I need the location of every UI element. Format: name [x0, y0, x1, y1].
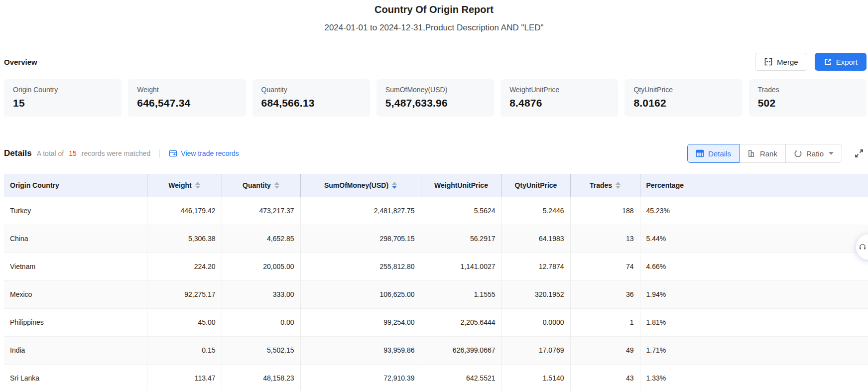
cell-trades: 36: [570, 280, 640, 308]
card-weight: Weight 646,547.34: [128, 79, 246, 117]
col-header-sum-of-money[interactable]: SumOfMoney(USD): [300, 174, 421, 197]
tab-ratio-label: Ratio: [806, 149, 824, 158]
ratio-icon: [794, 149, 802, 158]
cell-sum: 72,910.39: [300, 364, 421, 391]
card-value: 502: [758, 97, 858, 109]
details-summary: Details A total of 15 records were match…: [4, 148, 239, 158]
card-label: Origin Country: [13, 86, 113, 94]
card-value: 15: [13, 97, 113, 109]
cell-qty-unit-price: 64.1983: [501, 225, 570, 253]
col-label: Origin Country: [10, 181, 59, 189]
cell-quantity: 20,005.00: [222, 253, 300, 280]
overview-cards: Origin Country 15 Weight 646,547.34 Quan…: [4, 79, 868, 117]
card-value: 8.0162: [633, 97, 733, 109]
chevron-down-icon: [829, 152, 834, 155]
cell-weight: 446,179.42: [147, 197, 222, 225]
table-header-row: Origin Country Weight Quantity SumOfMone…: [4, 174, 868, 197]
trade-records-icon: [169, 150, 177, 157]
cell-weight: 224.20: [147, 253, 222, 280]
cell-country: China: [4, 225, 147, 253]
merge-button-label: Merge: [777, 58, 798, 66]
table-row: India 0.15 5,502.15 93,959.86 626,399.06…: [4, 336, 868, 364]
col-header-weight[interactable]: Weight: [147, 174, 222, 197]
cell-country: India: [4, 336, 147, 364]
col-label: QtyUnitPrice: [515, 181, 557, 189]
tab-details[interactable]: Details: [687, 144, 740, 163]
cell-qty-unit-price: 12.7874: [501, 253, 570, 280]
card-label: SumOfMoney(USD): [385, 86, 485, 94]
merge-button[interactable]: Merge: [755, 53, 807, 71]
cell-weight-unit-price: 1,141.0027: [421, 253, 501, 280]
overview-actions: Merge Export: [755, 53, 867, 71]
cell-percentage: 1.33%: [640, 364, 868, 391]
cell-qty-unit-price: 0.0000: [501, 308, 570, 336]
cell-weight: 45.00: [147, 308, 222, 336]
cell-weight-unit-price: 5.5624: [421, 197, 501, 225]
card-qty-unit-price: QtyUnitPrice 8.0162: [624, 79, 742, 117]
cell-weight: 5,306.38: [147, 225, 222, 253]
matched-suffix: records were matched: [82, 149, 151, 157]
cell-sum: 93,959.86: [300, 336, 421, 364]
table-row: Mexico 92,275.17 333.00 106,625.00 1.155…: [4, 280, 868, 308]
card-quantity: Quantity 684,566.13: [252, 79, 370, 117]
cell-weight: 0.15: [147, 336, 222, 364]
col-label: Quantity: [243, 181, 271, 189]
card-label: QtyUnitPrice: [633, 86, 733, 94]
cell-quantity: 0.00: [222, 308, 300, 336]
view-trade-records-label: View trade records: [181, 149, 239, 157]
export-button[interactable]: Export: [815, 53, 867, 71]
card-trades: Trades 502: [749, 79, 867, 117]
fullscreen-icon[interactable]: [854, 148, 864, 158]
card-value: 5,487,633.96: [385, 97, 485, 109]
cell-weight-unit-price: 642.5521: [421, 364, 501, 391]
cell-quantity: 48,158.23: [222, 364, 300, 391]
col-label: Weight: [168, 181, 191, 189]
table-row: Vietnam 224.20 20,005.00 255,812.80 1,14…: [4, 253, 868, 280]
sort-icon[interactable]: [616, 182, 620, 189]
col-header-trades[interactable]: Trades: [570, 174, 640, 197]
overview-heading: Overview: [4, 58, 37, 66]
cell-trades: 188: [570, 197, 640, 225]
table-row: China 5,306.38 4,652.85 298,705.15 56.29…: [4, 225, 868, 253]
page-title: Country Of Origin Report: [0, 0, 868, 15]
view-trade-records-link[interactable]: View trade records: [169, 149, 239, 157]
cell-sum: 99,254.00: [300, 308, 421, 336]
overview-bar: Overview Merge Export: [0, 53, 868, 71]
cell-sum: 298,705.15: [300, 225, 421, 253]
cell-trades: 1: [570, 308, 640, 336]
sort-icon[interactable]: [392, 182, 397, 189]
card-value: 8.4876: [509, 97, 609, 109]
card-value: 646,547.34: [137, 97, 237, 109]
cell-quantity: 333.00: [222, 280, 300, 308]
matched-prefix: A total of: [37, 149, 64, 157]
col-header-qty-unit-price: QtyUnitPrice: [501, 174, 570, 197]
card-sum-of-money: SumOfMoney(USD) 5,487,633.96: [376, 79, 494, 117]
cell-quantity: 5,502.15: [222, 336, 300, 364]
card-origin-country: Origin Country 15: [4, 79, 122, 117]
cell-trades: 74: [570, 253, 640, 280]
cell-sum: 2,481,827.75: [300, 197, 421, 225]
cell-qty-unit-price: 320.1952: [501, 280, 570, 308]
cell-weight-unit-price: 2,205.6444: [421, 308, 501, 336]
col-header-quantity[interactable]: Quantity: [222, 174, 300, 197]
details-heading: Details: [4, 148, 32, 158]
tab-ratio[interactable]: Ratio: [785, 144, 842, 163]
table-row: Philippines 45.00 0.00 99,254.00 2,205.6…: [4, 308, 868, 336]
col-label: Percentage: [646, 181, 684, 189]
col-header-percentage: Percentage: [640, 174, 868, 197]
export-button-label: Export: [836, 58, 858, 66]
sort-icon[interactable]: [195, 182, 200, 189]
tab-rank[interactable]: Rank: [739, 144, 786, 163]
merge-icon: [764, 57, 773, 66]
tab-details-label: Details: [708, 149, 731, 158]
details-table: Origin Country Weight Quantity SumOfMone…: [4, 174, 868, 391]
view-switcher: Details Rank Ratio: [687, 144, 864, 163]
cell-weight-unit-price: 1.1555: [421, 280, 501, 308]
details-bar: Details A total of 15 records were match…: [0, 144, 868, 163]
card-label: WeightUnitPrice: [509, 86, 609, 94]
view-tabs: Details Rank Ratio: [687, 144, 842, 163]
cell-percentage: 1.81%: [640, 308, 868, 336]
sort-icon[interactable]: [274, 182, 279, 189]
col-label: WeightUnitPrice: [434, 181, 488, 189]
cell-weight-unit-price: 626,399.0667: [421, 336, 501, 364]
